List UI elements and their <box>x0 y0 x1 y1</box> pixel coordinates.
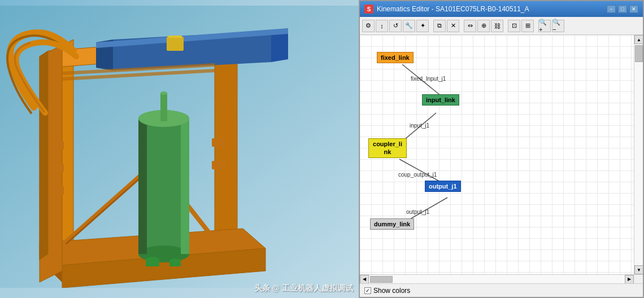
restore-button[interactable]: □ <box>618 5 627 13</box>
svg-rect-21 <box>138 119 147 254</box>
title-bar: S Kinematics Editor - SA101EC075LR-B0-14… <box>360 1 643 17</box>
scroll-thumb-v[interactable] <box>635 45 643 62</box>
editor-content: fixed_link fixed_Input_j1 input_link inp… <box>360 35 643 274</box>
joint-button[interactable]: ⊕ <box>477 20 490 32</box>
svg-point-29 <box>160 91 167 95</box>
kinematics-editor: S Kinematics Editor - SA101EC075LR-B0-14… <box>359 0 644 298</box>
edge-label-input-j1: input_j1 <box>410 122 429 129</box>
canvas-area[interactable]: fixed_link fixed_Input_j1 input_link inp… <box>360 35 634 274</box>
edge-label-fixed-input: fixed_Input_j1 <box>411 76 446 82</box>
node-coupler-link[interactable]: coupler_link <box>368 138 407 158</box>
scroll-track-h[interactable] <box>369 275 625 284</box>
svg-rect-31 <box>50 164 64 172</box>
rotate-button[interactable]: ↺ <box>389 20 402 32</box>
svg-rect-14 <box>168 36 182 38</box>
svg-rect-32 <box>50 186 64 195</box>
node-output-link[interactable]: output_j1 <box>425 181 461 192</box>
edge-label-output-j1: output_j1 <box>406 209 429 215</box>
horizontal-scrollbar[interactable]: ◀ ▶ <box>360 274 643 283</box>
scroll-right-button[interactable]: ▶ <box>625 275 634 284</box>
3d-viewport: 头条 @ 工业机器人虚拟调试 <box>0 0 359 298</box>
node-dummy-link[interactable]: dummy_link <box>370 218 414 230</box>
fit-sel-button[interactable]: ⊞ <box>521 20 534 32</box>
svg-rect-34 <box>212 161 226 169</box>
scroll-track-v[interactable] <box>634 44 643 265</box>
scrollbar-h-inner[interactable]: ◀ ▶ <box>360 275 634 283</box>
svg-rect-13 <box>167 37 184 51</box>
app-icon: S <box>364 5 373 14</box>
zoom-in-button[interactable]: 🔍+ <box>538 20 551 32</box>
minimize-button[interactable]: − <box>607 5 616 13</box>
vertical-scrollbar[interactable]: ▲ ▼ <box>634 35 643 274</box>
add-button[interactable]: ✦ <box>416 20 429 32</box>
scroll-up-button[interactable]: ▲ <box>634 35 643 44</box>
toolbar: ⚙ ↕ ↺ 🔧 ✦ ⧉ ✕ ⇔ ⊕ ⛓ ⊡ ⊞ 🔍+ 🔍− <box>360 17 643 35</box>
window-title: Kinematics Editor - SA101EC075LR-B0-1405… <box>377 5 529 13</box>
node-fixed-link[interactable]: fixed_link <box>377 52 414 63</box>
scroll-left-button[interactable]: ◀ <box>360 275 369 284</box>
chain-button[interactable]: ⛓ <box>491 20 503 32</box>
svg-rect-27 <box>169 261 181 266</box>
title-bar-left: S Kinematics Editor - SA101EC075LR-B0-14… <box>364 5 529 14</box>
node-input-link[interactable]: input_link <box>422 94 459 106</box>
link-button[interactable]: ⇔ <box>464 20 476 32</box>
fit-all-button[interactable]: ⊡ <box>508 20 520 32</box>
edge-label-coup-output: coup_output_j1 <box>398 172 437 178</box>
props-button[interactable]: 🔧 <box>403 20 415 32</box>
show-colors-area[interactable]: ✓ Show colors <box>364 287 410 295</box>
move-button[interactable]: ↕ <box>376 20 388 32</box>
scroll-down-button[interactable]: ▼ <box>634 265 643 274</box>
show-colors-checkbox[interactable]: ✓ <box>364 287 371 294</box>
settings-button[interactable]: ⚙ <box>362 20 375 32</box>
delete-button[interactable]: ✕ <box>447 20 459 32</box>
watermark: 头条 @ 工业机器人虚拟调试 <box>254 283 353 293</box>
svg-rect-28 <box>160 93 167 121</box>
svg-marker-8 <box>40 51 48 260</box>
window-controls: − □ ✕ <box>607 5 638 13</box>
scrollbar-corner <box>634 275 643 283</box>
close-button[interactable]: ✕ <box>629 5 638 13</box>
show-colors-label: Show colors <box>373 287 410 295</box>
svg-rect-30 <box>50 141 64 150</box>
svg-rect-22 <box>181 119 189 254</box>
status-bar: ✓ Show colors <box>360 283 643 297</box>
scroll-thumb-h[interactable] <box>370 276 393 283</box>
copy-button[interactable]: ⧉ <box>433 20 446 32</box>
svg-rect-33 <box>212 138 226 147</box>
svg-rect-25 <box>146 260 159 266</box>
zoom-out-button[interactable]: 🔍− <box>552 20 564 32</box>
